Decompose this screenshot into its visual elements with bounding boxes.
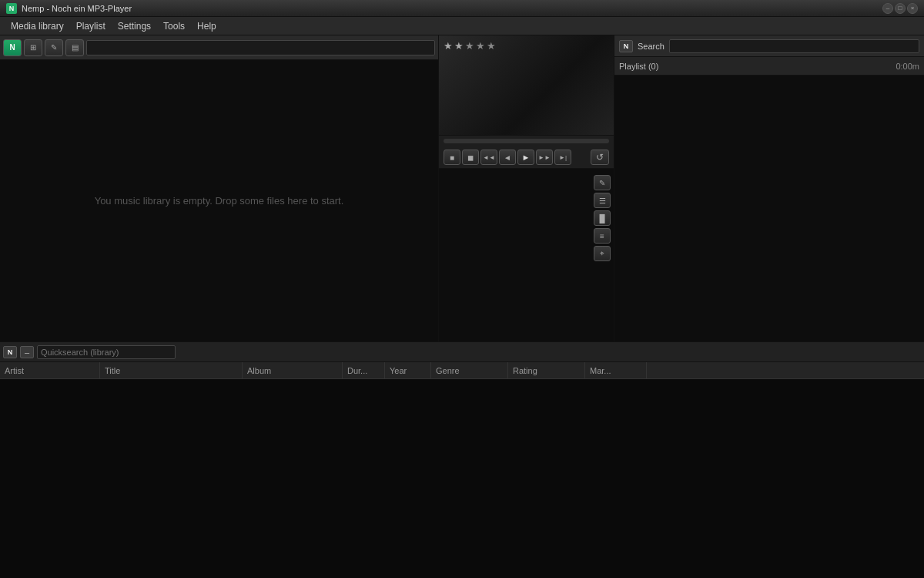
library-empty-message: You music library is empty. Drop some fi… — [95, 195, 344, 207]
col-artist[interactable]: Artist — [0, 362, 100, 378]
stop2-button[interactable]: ◼ — [462, 150, 479, 165]
minimize-button[interactable]: – — [882, 3, 893, 14]
album-art: ★ ★ ★ ★ ★ — [439, 35, 614, 136]
col-genre[interactable]: Genre — [431, 362, 508, 378]
toolbar: N ⊞ ✎ ▤ — [0, 35, 438, 60]
main-area: N ⊞ ✎ ▤ You music library is empty. Drop… — [0, 35, 924, 578]
menubar: Media library Playlist Settings Tools He… — [0, 17, 924, 35]
col-mar[interactable]: Mar... — [585, 362, 647, 378]
col-album[interactable]: Album — [243, 362, 343, 378]
table-header: Artist Title Album Dur... Year Genre Rat… — [0, 362, 924, 379]
star-4: ★ — [476, 40, 485, 52]
visualizer-controls: ✎ ☰ ▐▌ ≡ ⌖ — [594, 175, 611, 261]
playlist-content — [614, 76, 924, 341]
col-title[interactable]: Title — [100, 362, 243, 378]
playlist-search-bar: N Search — [614, 35, 924, 57]
menu-tools[interactable]: Tools — [157, 19, 191, 33]
quicksearch-minus-button[interactable]: – — [20, 346, 34, 358]
rewind-button[interactable]: ◄ — [499, 150, 516, 165]
library-content: You music library is empty. Drop some fi… — [0, 60, 438, 341]
view-toolbar-button[interactable]: ▤ — [65, 39, 84, 56]
playlist-panel: N Search Playlist (0) 0:00m — [614, 35, 924, 341]
end-button[interactable]: ►| — [554, 150, 571, 165]
prev-button[interactable]: ◄◄ — [480, 150, 497, 165]
close-button[interactable]: × — [907, 3, 918, 14]
progress-container — [439, 136, 614, 146]
col-duration[interactable]: Dur... — [343, 362, 385, 378]
window-title: Nemp - Noch ein MP3-Player — [22, 4, 882, 13]
app-icon: N — [6, 3, 17, 14]
window-controls: – □ × — [882, 3, 918, 14]
viz-list-button[interactable]: ☰ — [594, 193, 611, 208]
playlist-duration: 0:00m — [896, 62, 919, 71]
menu-media-library[interactable]: Media library — [5, 19, 70, 33]
viz-edit-button[interactable]: ✎ — [594, 175, 611, 190]
quicksearch-n-button[interactable]: N — [3, 346, 17, 358]
menu-playlist[interactable]: Playlist — [70, 19, 112, 33]
logo-toolbar-button[interactable]: N — [3, 39, 22, 56]
library-panel: N ⊞ ✎ ▤ You music library is empty. Drop… — [0, 35, 439, 341]
viz-text-button[interactable]: ≡ — [594, 228, 611, 244]
col-year[interactable]: Year — [385, 362, 431, 378]
maximize-button[interactable]: □ — [895, 3, 906, 14]
star-1: ★ — [444, 40, 453, 52]
playlist-title: Playlist (0) — [619, 62, 658, 71]
repeat-button[interactable]: ↺ — [591, 150, 609, 165]
visualizer-panel: ✎ ☰ ▐▌ ≡ ⌖ — [439, 169, 614, 341]
titlebar: N Nemp - Noch ein MP3-Player – □ × — [0, 0, 924, 17]
play-button[interactable]: ► — [517, 150, 534, 165]
playlist-n-button[interactable]: N — [619, 40, 633, 52]
top-section: N ⊞ ✎ ▤ You music library is empty. Drop… — [0, 35, 924, 342]
bottom-section: N – Artist Title Album Dur... Year Genre… — [0, 342, 924, 578]
star-rating[interactable]: ★ ★ ★ ★ ★ — [444, 40, 496, 52]
col-rating[interactable]: Rating — [508, 362, 585, 378]
progress-bar[interactable] — [444, 139, 609, 143]
viz-bars-button[interactable]: ▐▌ — [594, 210, 611, 226]
edit-toolbar-button[interactable]: ✎ — [45, 39, 63, 56]
quicksearch-input[interactable] — [37, 345, 176, 359]
star-5: ★ — [487, 40, 496, 52]
playlist-header: Playlist (0) 0:00m — [614, 57, 924, 76]
menu-settings[interactable]: Settings — [112, 19, 157, 33]
visualizer-area — [439, 169, 614, 341]
add-toolbar-button[interactable]: ⊞ — [24, 39, 42, 56]
star-3: ★ — [465, 40, 474, 52]
star-2: ★ — [454, 40, 464, 52]
playlist-search-label: Search — [638, 42, 665, 51]
player-panel: ★ ★ ★ ★ ★ ■ ◼ ◄◄ ◄ ► ►► — [439, 35, 614, 341]
table-body — [0, 379, 924, 578]
track-table: Artist Title Album Dur... Year Genre Rat… — [0, 362, 924, 578]
toolbar-search-input[interactable] — [86, 40, 435, 55]
next-button[interactable]: ►► — [536, 150, 553, 165]
playlist-search-input[interactable] — [669, 39, 919, 53]
playback-controls: ■ ◼ ◄◄ ◄ ► ►► ►| ↺ — [439, 146, 614, 169]
menu-help[interactable]: Help — [191, 19, 223, 33]
quicksearch-bar: N – — [0, 342, 924, 362]
stop-button[interactable]: ■ — [444, 150, 460, 165]
viz-headphone-button[interactable]: ⌖ — [594, 246, 611, 261]
